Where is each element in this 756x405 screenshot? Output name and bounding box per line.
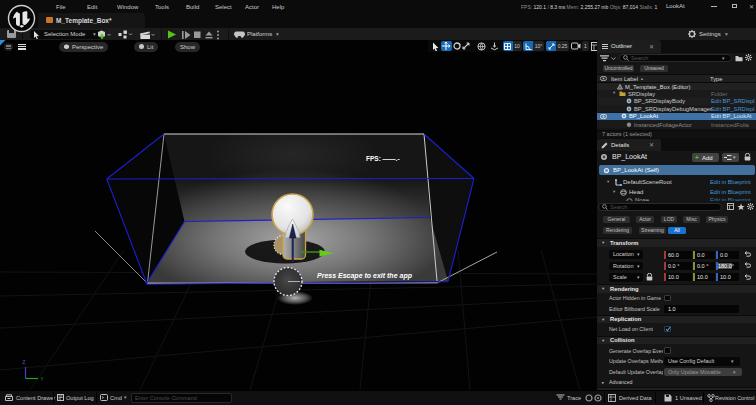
svg-text:FPS: ——.-: FPS: ——.- (366, 155, 400, 162)
svg-text:Press Escape to exit the app: Press Escape to exit the app (317, 272, 413, 280)
svg-text:Z: Z (23, 360, 26, 365)
svg-text:Y: Y (41, 377, 44, 382)
